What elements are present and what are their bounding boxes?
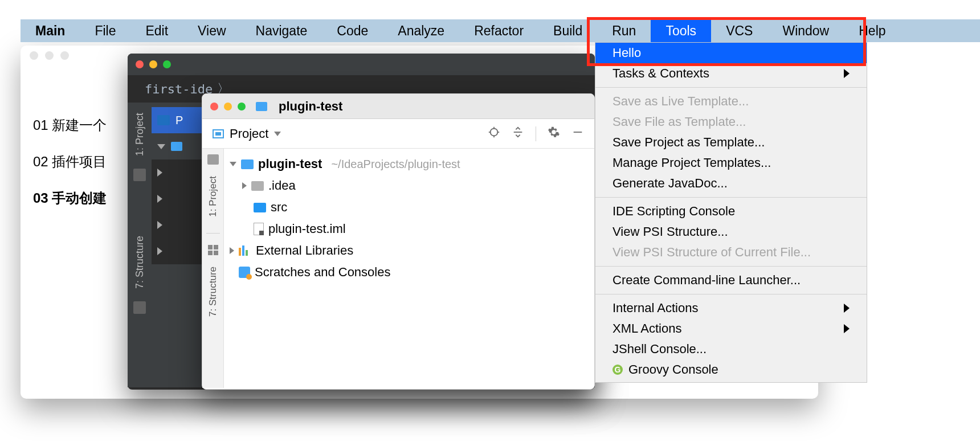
- dropdown-ide-scripting[interactable]: IDE Scripting Console: [595, 201, 867, 222]
- dropdown-xml-actions[interactable]: XML Actions: [595, 318, 867, 339]
- project-toolbar: Project: [202, 119, 594, 149]
- view-selector[interactable]: Project: [230, 126, 268, 141]
- menu-main[interactable]: Main: [21, 19, 80, 42]
- gutter-separator: [206, 233, 220, 234]
- light-left-gutter: 1: Project 7: Structure: [202, 149, 224, 388]
- chevron-right-icon[interactable]: [242, 182, 247, 189]
- dropdown-internal-actions[interactable]: Internal Actions: [595, 298, 867, 318]
- close-icon[interactable]: [210, 103, 218, 110]
- menu-file[interactable]: File: [80, 19, 130, 42]
- dropdown-save-file-template: Save File as Template...: [595, 112, 867, 132]
- menu-help[interactable]: Help: [844, 19, 900, 42]
- submenu-arrow-icon: [844, 69, 850, 78]
- scratches-icon: [239, 267, 250, 278]
- menu-window[interactable]: Window: [767, 19, 844, 42]
- tree-iml[interactable]: plugin-test.iml: [226, 218, 592, 240]
- svg-point-0: [491, 128, 498, 136]
- hide-icon[interactable]: [571, 126, 584, 142]
- dropdown-view-psi[interactable]: View PSI Structure...: [595, 222, 867, 242]
- dropdown-hello[interactable]: Hello: [595, 43, 867, 63]
- chevron-right-icon: [157, 221, 162, 229]
- submenu-arrow-icon: [844, 324, 850, 333]
- project-view-icon: [213, 129, 224, 138]
- dropdown-groovy[interactable]: GGroovy Console: [595, 359, 867, 380]
- groovy-icon: G: [612, 365, 623, 375]
- tree-external-libraries[interactable]: External Libraries: [226, 240, 592, 261]
- project-path: ~/IdeaProjects/plugin-test: [331, 158, 460, 171]
- dropdown-tasks-contexts[interactable]: Tasks & Contexts: [595, 63, 867, 84]
- doc-item-1[interactable]: 01 新建一个: [33, 116, 107, 134]
- maximize-icon[interactable]: [60, 51, 69, 60]
- chevron-down-icon[interactable]: [230, 162, 236, 166]
- dark-titlebar: [128, 54, 595, 75]
- menu-refactor[interactable]: Refactor: [459, 19, 538, 42]
- minimize-icon[interactable]: [224, 103, 232, 110]
- menubar: Main File Edit View Navigate Code Analyz…: [21, 19, 980, 42]
- minimize-icon[interactable]: [45, 51, 54, 60]
- menu-view[interactable]: View: [183, 19, 240, 42]
- dropdown-view-psi-current: View PSI Structure of Current File...: [595, 242, 867, 263]
- tools-dropdown: Hello Tasks & Contexts Save as Live Temp…: [595, 42, 867, 383]
- menu-code[interactable]: Code: [322, 19, 383, 42]
- document-list: 01 新建一个 02 插件项目 03 手动创建: [33, 116, 107, 226]
- toolbar-separator: [536, 126, 536, 141]
- dropdown-cmd-launcher[interactable]: Create Command-line Launcher...: [595, 270, 867, 290]
- dropdown-manage-templates[interactable]: Manage Project Templates...: [595, 153, 867, 173]
- chevron-right-icon: [157, 247, 162, 255]
- menu-tools[interactable]: Tools: [651, 19, 711, 42]
- minimize-icon[interactable]: [149, 60, 157, 68]
- dropdown-generate-javadoc[interactable]: Generate JavaDoc...: [595, 173, 867, 194]
- menu-analyze[interactable]: Analyze: [383, 19, 459, 42]
- folder-icon: [207, 154, 219, 165]
- dark-left-gutter: 1: Project 7: Structure: [128, 103, 152, 387]
- folder-icon: [241, 159, 254, 169]
- chevron-right-icon: [157, 169, 162, 177]
- ide-light-window: plugin-test Project 1: Project: [202, 93, 595, 390]
- menu-vcs[interactable]: VCS: [711, 19, 767, 42]
- chevron-right-icon[interactable]: [230, 247, 234, 254]
- menu-edit[interactable]: Edit: [130, 19, 183, 42]
- collapse-all-icon[interactable]: [512, 126, 524, 142]
- structure-icon: [133, 301, 146, 314]
- maximize-icon[interactable]: [163, 60, 171, 68]
- tool-window-project[interactable]: 1: Project: [134, 113, 146, 156]
- dropdown-save-project-template[interactable]: Save Project as Template...: [595, 132, 867, 153]
- folder-icon: [171, 142, 182, 151]
- project-tree: plugin-test ~/IdeaProjects/plugin-test .…: [224, 149, 594, 388]
- chevron-down-icon[interactable]: [274, 132, 281, 136]
- tree-root[interactable]: plugin-test ~/IdeaProjects/plugin-test: [226, 153, 592, 175]
- locate-icon[interactable]: [488, 126, 500, 142]
- tool-window-structure[interactable]: 7: Structure: [207, 267, 219, 317]
- tree-idea[interactable]: .idea: [226, 175, 592, 197]
- folder-icon: [254, 203, 266, 212]
- dropdown-separator: [595, 87, 867, 88]
- folder-icon: [133, 169, 146, 181]
- window-traffic-lights: [30, 51, 69, 60]
- dropdown-save-live-template: Save as Live Template...: [595, 91, 867, 112]
- chevron-down-icon: [157, 144, 165, 149]
- dropdown-jshell[interactable]: JShell Console...: [595, 339, 867, 359]
- dropdown-separator: [595, 197, 867, 198]
- gear-icon[interactable]: [548, 126, 560, 142]
- structure-icon: [208, 245, 218, 255]
- folder-icon: [157, 115, 170, 125]
- library-icon: [239, 245, 251, 256]
- tool-window-project[interactable]: 1: Project: [207, 176, 219, 217]
- doc-item-2[interactable]: 02 插件项目: [33, 153, 107, 171]
- tool-window-structure[interactable]: 7: Structure: [134, 236, 146, 289]
- tree-src[interactable]: src: [226, 197, 592, 218]
- folder-icon: [251, 181, 264, 191]
- dropdown-separator: [595, 294, 867, 294]
- light-titlebar: plugin-test: [202, 94, 594, 119]
- file-icon: [254, 223, 264, 235]
- tree-scratches[interactable]: Scratches and Consoles: [226, 261, 592, 283]
- project-icon: [256, 102, 267, 111]
- menu-build[interactable]: Build: [538, 19, 597, 42]
- menu-run[interactable]: Run: [597, 19, 651, 42]
- maximize-icon[interactable]: [238, 103, 246, 110]
- menu-navigate[interactable]: Navigate: [241, 19, 322, 42]
- close-icon[interactable]: [136, 60, 144, 68]
- doc-item-3[interactable]: 03 手动创建: [33, 189, 107, 207]
- close-icon[interactable]: [30, 51, 38, 60]
- chevron-right-icon: [157, 195, 162, 203]
